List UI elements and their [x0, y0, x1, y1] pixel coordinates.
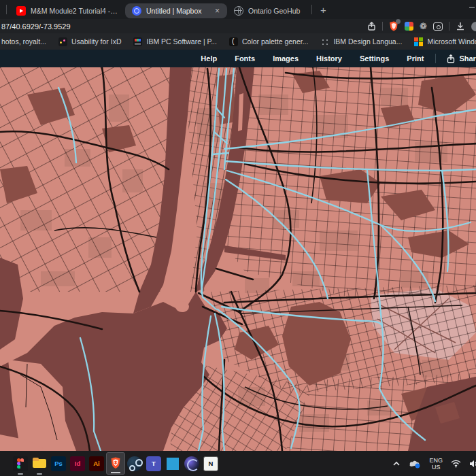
tab-mapbox-active[interactable]: Untitled | Mapbox × — [125, 3, 227, 18]
tab-divider — [311, 5, 312, 14]
shield-badge — [396, 19, 401, 24]
windows-taskbar: Ps Id Ai T — [0, 451, 476, 476]
brave-shield-icon[interactable] — [389, 21, 398, 31]
folder-icon — [32, 456, 47, 471]
taskbar-figma[interactable] — [11, 451, 30, 476]
cinema4d-icon — [184, 456, 199, 471]
notion-icon: N — [203, 456, 218, 471]
bookmark-ibm-pc-software[interactable]: IBM PC Software | P... — [133, 37, 217, 46]
menu-help[interactable]: Help — [192, 54, 226, 63]
extension-rosette-icon[interactable]: ❁ — [420, 22, 427, 31]
taskbar-cinema4d[interactable] — [182, 451, 201, 476]
taskbar-vscode[interactable] — [163, 451, 182, 476]
taskbar-notion[interactable]: N — [201, 451, 220, 476]
vscode-icon — [165, 456, 180, 471]
url-input[interactable]: 87/40.6929/-73.9529 — [0, 22, 367, 31]
menu-print[interactable]: Print — [398, 54, 432, 63]
downloads-icon[interactable] — [456, 22, 465, 31]
screenshot-extension-icon[interactable] — [433, 22, 443, 31]
windows-logo-icon — [0, 457, 8, 471]
menu-images[interactable]: Images — [264, 54, 307, 63]
taskbar-teams[interactable]: T — [144, 451, 163, 476]
browser-tab-strip: M&M Module2 Tutorial4 - YouTube Untitled… — [0, 0, 476, 19]
tray-chevron-up-icon[interactable] — [392, 461, 401, 466]
taskbar-brave-active[interactable] — [106, 452, 125, 475]
bookmark-microsoft-windows[interactable]: Microsoft Windows... — [414, 37, 476, 46]
share-upload-icon — [447, 54, 455, 63]
tab-title: Untitled | Mapbox — [146, 7, 209, 15]
extension-colored-icon[interactable] — [405, 22, 413, 31]
taskbar-illustrator[interactable]: Ai — [87, 451, 106, 476]
taskbar-file-explorer[interactable] — [30, 451, 49, 476]
start-button[interactable] — [0, 451, 11, 476]
taskbar-photoshop[interactable]: Ps — [49, 451, 68, 476]
youtube-favicon-icon — [16, 6, 26, 16]
onedrive-icon[interactable] — [409, 459, 421, 469]
bookmark-favicon-icon — [229, 37, 238, 46]
wifi-icon[interactable] — [451, 460, 461, 468]
address-bar: 87/40.6929/-73.9529 ❁ — [0, 19, 476, 33]
taskbar-indesign[interactable]: Id — [68, 451, 87, 476]
teams-icon: T — [146, 456, 161, 471]
menu-settings[interactable]: Settings — [351, 54, 398, 63]
desktop: M&M Module2 Tutorial4 - YouTube Untitled… — [0, 0, 476, 476]
mapbox-studio-toolbar: Help Fonts Images History Settings Print… — [0, 50, 476, 67]
language-indicator[interactable]: ENG US — [429, 457, 443, 471]
divider — [382, 22, 383, 31]
figma-icon — [13, 456, 28, 471]
share-icon[interactable] — [367, 22, 376, 31]
illustrator-icon: Ai — [89, 456, 104, 471]
tab-title: M&M Module2 Tutorial4 - YouTube — [31, 7, 118, 15]
tab-divider — [6, 5, 7, 14]
tab-youtube[interactable]: M&M Module2 Tutorial4 - YouTube — [10, 3, 125, 18]
globe-favicon-icon — [234, 6, 243, 16]
bookmark-favicon-icon — [133, 37, 142, 46]
divider — [435, 54, 436, 63]
new-tab-button[interactable]: + — [315, 4, 332, 16]
bookmark-favicon-icon — [320, 37, 329, 46]
photoshop-icon: Ps — [51, 456, 66, 471]
menu-fonts[interactable]: Fonts — [226, 54, 264, 63]
menu-history[interactable]: History — [307, 54, 351, 63]
share-button[interactable]: Share — [439, 54, 476, 63]
bookmark-usability-ixd[interactable]: Usability for IxD — [58, 37, 122, 46]
bookmark-ibm-design-language[interactable]: IBM Design Langua... — [320, 37, 402, 46]
bookmark-favicon-icon — [58, 37, 67, 46]
taskbar-steam[interactable] — [125, 451, 144, 476]
map-canvas[interactable] — [0, 67, 476, 451]
bookmark-color-palette[interactable]: Color palette gener... — [229, 37, 308, 46]
steam-icon — [127, 456, 142, 471]
profile-avatar[interactable] — [471, 22, 476, 31]
divider — [449, 22, 449, 31]
bookmark-photos[interactable]: hotos, royalt... — [1, 37, 46, 46]
bookmark-favicon-icon — [414, 37, 423, 46]
map-render — [0, 67, 476, 451]
tab-close-icon[interactable]: × — [214, 7, 220, 15]
mapbox-favicon-icon — [132, 6, 141, 16]
bookmarks-bar: hotos, royalt... Usability for IxD IBM P… — [0, 33, 476, 50]
tab-title: Ontario GeoHub — [248, 7, 302, 15]
brave-icon — [108, 456, 123, 471]
speaker-icon[interactable] — [469, 460, 476, 468]
indesign-icon: Id — [70, 456, 85, 471]
window-control-partial — [469, 7, 475, 8]
tab-ontario-geohub[interactable]: Ontario GeoHub — [227, 3, 309, 18]
